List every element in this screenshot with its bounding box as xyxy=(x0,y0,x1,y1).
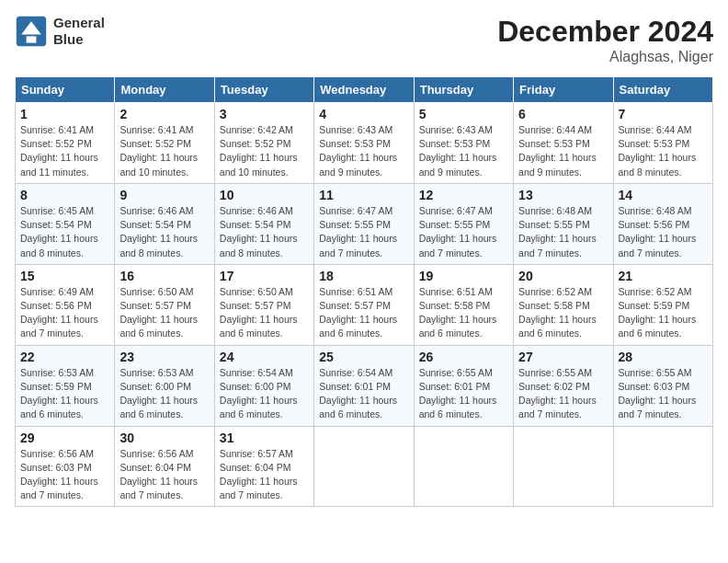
day-info: Sunrise: 6:50 AM Sunset: 5:57 PM Dayligh… xyxy=(119,285,209,341)
calendar-day-cell: 17Sunrise: 6:50 AM Sunset: 5:57 PM Dayli… xyxy=(214,264,313,345)
calendar-day-cell: 14Sunrise: 6:48 AM Sunset: 5:56 PM Dayli… xyxy=(613,183,712,264)
calendar-day-cell: 6Sunrise: 6:44 AM Sunset: 5:53 PM Daylig… xyxy=(514,103,613,184)
calendar-day-cell: 8Sunrise: 6:45 AM Sunset: 5:54 PM Daylig… xyxy=(16,183,115,264)
day-info: Sunrise: 6:55 AM Sunset: 6:02 PM Dayligh… xyxy=(518,366,608,422)
day-number: 20 xyxy=(518,269,608,283)
day-number: 14 xyxy=(619,188,708,202)
day-info: Sunrise: 6:44 AM Sunset: 5:53 PM Dayligh… xyxy=(619,123,708,179)
month-year: December 2024 xyxy=(497,15,713,49)
location: Alaghsas, Niger xyxy=(497,49,713,65)
calendar-day-cell: 16Sunrise: 6:50 AM Sunset: 5:57 PM Dayli… xyxy=(115,264,214,345)
day-number: 24 xyxy=(220,350,309,364)
calendar-day-cell: 3Sunrise: 6:42 AM Sunset: 5:52 PM Daylig… xyxy=(214,103,313,184)
day-info: Sunrise: 6:52 AM Sunset: 5:58 PM Dayligh… xyxy=(518,285,608,341)
calendar-day-cell: 1Sunrise: 6:41 AM Sunset: 5:52 PM Daylig… xyxy=(16,103,115,184)
day-info: Sunrise: 6:51 AM Sunset: 5:58 PM Dayligh… xyxy=(419,285,508,341)
day-info: Sunrise: 6:56 AM Sunset: 6:03 PM Dayligh… xyxy=(20,447,109,503)
calendar-day-cell: 31Sunrise: 6:57 AM Sunset: 6:04 PM Dayli… xyxy=(214,426,313,507)
calendar-day-cell: 22Sunrise: 6:53 AM Sunset: 5:59 PM Dayli… xyxy=(16,345,115,426)
day-number: 25 xyxy=(319,350,408,364)
day-number: 18 xyxy=(319,269,408,283)
day-number: 11 xyxy=(319,188,408,202)
day-info: Sunrise: 6:47 AM Sunset: 5:55 PM Dayligh… xyxy=(419,204,508,260)
calendar-day-cell: 21Sunrise: 6:52 AM Sunset: 5:59 PM Dayli… xyxy=(613,264,712,345)
calendar-week-row: 15Sunrise: 6:49 AM Sunset: 5:56 PM Dayli… xyxy=(16,264,713,345)
day-number: 4 xyxy=(319,107,408,121)
day-info: Sunrise: 6:42 AM Sunset: 5:52 PM Dayligh… xyxy=(220,123,309,179)
day-number: 17 xyxy=(220,269,309,283)
calendar-day-cell xyxy=(613,426,712,507)
day-info: Sunrise: 6:49 AM Sunset: 5:56 PM Dayligh… xyxy=(20,285,109,341)
weekday-header: Saturday xyxy=(613,77,712,103)
day-info: Sunrise: 6:48 AM Sunset: 5:55 PM Dayligh… xyxy=(518,204,608,260)
calendar-week-row: 29Sunrise: 6:56 AM Sunset: 6:03 PM Dayli… xyxy=(16,426,713,507)
calendar-day-cell: 19Sunrise: 6:51 AM Sunset: 5:58 PM Dayli… xyxy=(414,264,513,345)
calendar-day-cell: 30Sunrise: 6:56 AM Sunset: 6:04 PM Dayli… xyxy=(115,426,214,507)
day-info: Sunrise: 6:44 AM Sunset: 5:53 PM Dayligh… xyxy=(518,123,608,179)
day-number: 13 xyxy=(518,188,608,202)
weekday-header: Monday xyxy=(115,77,214,103)
calendar-day-cell: 10Sunrise: 6:46 AM Sunset: 5:54 PM Dayli… xyxy=(214,183,313,264)
calendar-day-cell: 13Sunrise: 6:48 AM Sunset: 5:55 PM Dayli… xyxy=(514,183,613,264)
day-number: 10 xyxy=(220,188,309,202)
day-info: Sunrise: 6:54 AM Sunset: 6:00 PM Dayligh… xyxy=(220,366,309,422)
day-number: 26 xyxy=(419,350,508,364)
day-number: 21 xyxy=(619,269,708,283)
weekday-header: Thursday xyxy=(414,77,513,103)
day-number: 23 xyxy=(119,350,209,364)
weekday-header: Friday xyxy=(514,77,613,103)
day-info: Sunrise: 6:47 AM Sunset: 5:55 PM Dayligh… xyxy=(319,204,408,260)
day-info: Sunrise: 6:46 AM Sunset: 5:54 PM Dayligh… xyxy=(119,204,209,260)
calendar-day-cell: 18Sunrise: 6:51 AM Sunset: 5:57 PM Dayli… xyxy=(314,264,414,345)
day-number: 16 xyxy=(119,269,209,283)
day-info: Sunrise: 6:43 AM Sunset: 5:53 PM Dayligh… xyxy=(419,123,508,179)
day-number: 9 xyxy=(119,188,209,202)
day-number: 29 xyxy=(20,431,109,445)
day-number: 31 xyxy=(220,431,309,445)
logo-line2: Blue xyxy=(53,31,105,48)
day-info: Sunrise: 6:53 AM Sunset: 6:00 PM Dayligh… xyxy=(119,366,209,422)
svg-rect-2 xyxy=(27,36,37,42)
calendar-day-cell xyxy=(514,426,613,507)
day-info: Sunrise: 6:41 AM Sunset: 5:52 PM Dayligh… xyxy=(119,123,209,179)
day-info: Sunrise: 6:51 AM Sunset: 5:57 PM Dayligh… xyxy=(319,285,408,341)
logo-text: General Blue xyxy=(53,15,105,48)
calendar-day-cell: 11Sunrise: 6:47 AM Sunset: 5:55 PM Dayli… xyxy=(314,183,414,264)
calendar: SundayMondayTuesdayWednesdayThursdayFrid… xyxy=(15,76,713,507)
calendar-day-cell xyxy=(314,426,414,507)
day-info: Sunrise: 6:43 AM Sunset: 5:53 PM Dayligh… xyxy=(319,123,408,179)
day-number: 12 xyxy=(419,188,508,202)
calendar-day-cell: 5Sunrise: 6:43 AM Sunset: 5:53 PM Daylig… xyxy=(414,103,513,184)
calendar-day-cell: 29Sunrise: 6:56 AM Sunset: 6:03 PM Dayli… xyxy=(16,426,115,507)
day-number: 2 xyxy=(119,107,209,121)
day-info: Sunrise: 6:53 AM Sunset: 5:59 PM Dayligh… xyxy=(20,366,109,422)
day-number: 30 xyxy=(119,431,209,445)
day-number: 15 xyxy=(20,269,109,283)
calendar-day-cell: 4Sunrise: 6:43 AM Sunset: 5:53 PM Daylig… xyxy=(314,103,414,184)
calendar-day-cell xyxy=(414,426,513,507)
calendar-day-cell: 12Sunrise: 6:47 AM Sunset: 5:55 PM Dayli… xyxy=(414,183,513,264)
day-number: 6 xyxy=(518,107,608,121)
calendar-day-cell: 15Sunrise: 6:49 AM Sunset: 5:56 PM Dayli… xyxy=(16,264,115,345)
day-number: 7 xyxy=(619,107,708,121)
calendar-day-cell: 28Sunrise: 6:55 AM Sunset: 6:03 PM Dayli… xyxy=(613,345,712,426)
weekday-header-row: SundayMondayTuesdayWednesdayThursdayFrid… xyxy=(16,77,713,103)
calendar-day-cell: 23Sunrise: 6:53 AM Sunset: 6:00 PM Dayli… xyxy=(115,345,214,426)
logo: General Blue xyxy=(15,15,105,48)
weekday-header: Wednesday xyxy=(314,77,414,103)
day-info: Sunrise: 6:54 AM Sunset: 6:01 PM Dayligh… xyxy=(319,366,408,422)
calendar-week-row: 1Sunrise: 6:41 AM Sunset: 5:52 PM Daylig… xyxy=(16,103,713,184)
calendar-day-cell: 25Sunrise: 6:54 AM Sunset: 6:01 PM Dayli… xyxy=(314,345,414,426)
calendar-week-row: 22Sunrise: 6:53 AM Sunset: 5:59 PM Dayli… xyxy=(16,345,713,426)
day-number: 3 xyxy=(220,107,309,121)
calendar-day-cell: 26Sunrise: 6:55 AM Sunset: 6:01 PM Dayli… xyxy=(414,345,513,426)
day-info: Sunrise: 6:55 AM Sunset: 6:01 PM Dayligh… xyxy=(419,366,508,422)
day-info: Sunrise: 6:41 AM Sunset: 5:52 PM Dayligh… xyxy=(20,123,109,179)
calendar-week-row: 8Sunrise: 6:45 AM Sunset: 5:54 PM Daylig… xyxy=(16,183,713,264)
day-number: 19 xyxy=(419,269,508,283)
calendar-day-cell: 9Sunrise: 6:46 AM Sunset: 5:54 PM Daylig… xyxy=(115,183,214,264)
logo-line1: General xyxy=(53,15,105,31)
weekday-header: Sunday xyxy=(16,77,115,103)
day-info: Sunrise: 6:46 AM Sunset: 5:54 PM Dayligh… xyxy=(220,204,309,260)
calendar-day-cell: 20Sunrise: 6:52 AM Sunset: 5:58 PM Dayli… xyxy=(514,264,613,345)
